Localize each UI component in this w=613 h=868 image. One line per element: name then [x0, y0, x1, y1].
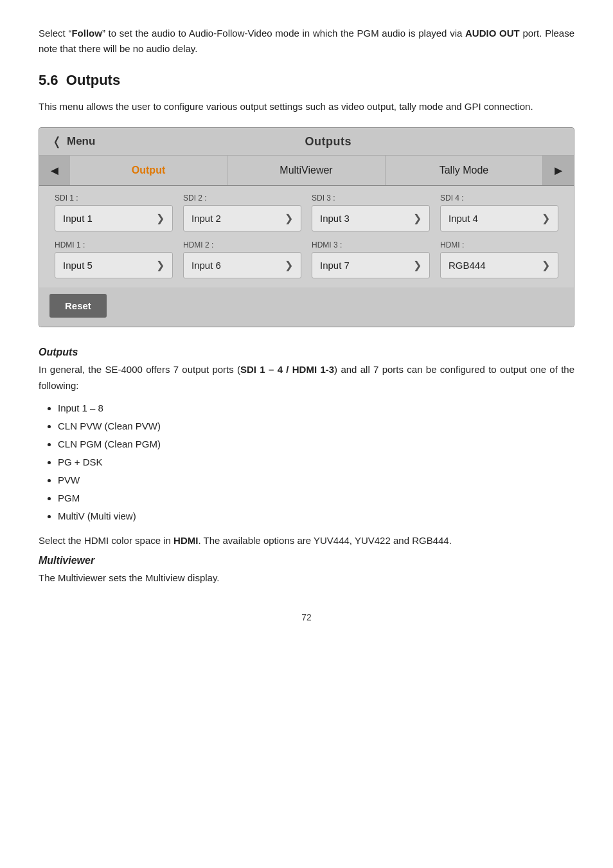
multiviewer-body: The Multiviewer sets the Multiview displ…	[39, 570, 574, 586]
sdi2-label: SDI 2 :	[183, 194, 301, 203]
sdi4-btn[interactable]: Input 4 ❯	[440, 205, 558, 231]
hdmi1-cell: HDMI 1 : Input 5 ❯	[49, 238, 178, 281]
outputs-subtitle: Outputs	[39, 347, 574, 358]
sdi4-cell: SDI 4 : Input 4 ❯	[435, 191, 564, 234]
menu-header-label: Menu	[67, 135, 95, 148]
bold-follow: Follow	[71, 28, 102, 39]
hdmi4-cell: HDMI : RGB444 ❯	[435, 238, 564, 281]
outputs-body2: Select the HDMI color space in HDMI. The…	[39, 533, 574, 549]
sdi3-chevron: ❯	[413, 212, 422, 224]
hdmi2-label: HDMI 2 :	[183, 240, 301, 249]
hdmi1-chevron: ❯	[156, 259, 164, 271]
hdmi3-label: HDMI 3 :	[312, 240, 430, 249]
section-title: Outputs	[66, 72, 120, 88]
hdmi4-chevron: ❯	[542, 259, 550, 271]
hdmi1-label: HDMI 1 :	[55, 240, 173, 249]
sdi1-label: SDI 1 :	[55, 194, 173, 203]
tab-multiviewer[interactable]: MultiViewer	[227, 156, 385, 185]
list-item: PGM	[58, 491, 574, 506]
intro-paragraph: Select “Follow” to set the audio to Audi…	[39, 26, 574, 57]
hdmi2-btn[interactable]: Input 6 ❯	[183, 252, 301, 278]
section-heading: 5.6 Outputs	[39, 72, 574, 89]
sdi3-btn[interactable]: Input 3 ❯	[312, 205, 430, 231]
hdmi2-cell: HDMI 2 : Input 6 ❯	[178, 238, 306, 281]
sdi4-label: SDI 4 :	[440, 194, 558, 203]
outputs-bold1: SDI 1 – 4 / HDMI 1-3	[240, 364, 334, 375]
hdmi3-btn[interactable]: Input 7 ❯	[312, 252, 430, 278]
sdi4-chevron: ❯	[542, 212, 550, 224]
tab-arrow-left[interactable]: ◄	[39, 156, 70, 185]
tab-row: ◄ Output MultiViewer Tally Mode ►	[39, 156, 574, 186]
hdmi4-btn[interactable]: RGB444 ❯	[440, 252, 558, 278]
page-number: 72	[39, 612, 574, 622]
section-description: This menu allows the user to configure v…	[39, 99, 574, 114]
hdmi4-value: RGB444	[449, 260, 486, 271]
back-icon[interactable]: ❬	[52, 134, 62, 149]
bold-audio-out: AUDIO OUT	[465, 28, 520, 39]
multiviewer-subtitle: Multiviewer	[39, 555, 574, 566]
outputs-bold-hdmi: HDMI	[173, 535, 198, 546]
sdi1-chevron: ❯	[156, 212, 164, 224]
list-item: Input 1 – 8	[58, 401, 574, 416]
menu-header-center-title: Outputs	[95, 135, 561, 149]
sdi3-label: SDI 3 :	[312, 194, 430, 203]
tab-tally-mode[interactable]: Tally Mode	[386, 156, 543, 185]
hdmi-row: HDMI 1 : Input 5 ❯ HDMI 2 : Input 6 ❯ HD…	[49, 238, 564, 281]
reset-row: Reset	[39, 287, 574, 327]
sdi1-value: Input 1	[63, 213, 93, 224]
menu-ui-box: ❬ Menu Outputs ◄ Output MultiViewer Tall…	[39, 127, 574, 327]
list-item: PVW	[58, 473, 574, 488]
list-item: PG + DSK	[58, 455, 574, 470]
tab-output[interactable]: Output	[70, 156, 227, 185]
hdmi2-value: Input 6	[191, 260, 221, 271]
outputs-bullet-list: Input 1 – 8 CLN PVW (Clean PVW) CLN PGM …	[58, 401, 574, 524]
hdmi4-label: HDMI :	[440, 240, 558, 249]
list-item: CLN PGM (Clean PGM)	[58, 437, 574, 452]
list-item: MultiV (Multi view)	[58, 509, 574, 524]
sdi4-value: Input 4	[449, 213, 478, 224]
menu-header: ❬ Menu Outputs	[39, 128, 574, 156]
reset-button[interactable]: Reset	[49, 294, 107, 318]
sdi-row: SDI 1 : Input 1 ❯ SDI 2 : Input 2 ❯ SDI …	[49, 191, 564, 234]
grid-section: SDI 1 : Input 1 ❯ SDI 2 : Input 2 ❯ SDI …	[39, 186, 574, 287]
tab-arrow-right[interactable]: ►	[543, 156, 574, 185]
hdmi1-value: Input 5	[63, 260, 93, 271]
sdi2-cell: SDI 2 : Input 2 ❯	[178, 191, 306, 234]
outputs-body1: In general, the SE-4000 offers 7 output …	[39, 362, 574, 394]
sdi1-cell: SDI 1 : Input 1 ❯	[49, 191, 178, 234]
sdi2-btn[interactable]: Input 2 ❯	[183, 205, 301, 231]
hdmi2-chevron: ❯	[285, 259, 293, 271]
sdi2-chevron: ❯	[285, 212, 293, 224]
sdi3-value: Input 3	[320, 213, 350, 224]
hdmi3-cell: HDMI 3 : Input 7 ❯	[306, 238, 435, 281]
hdmi3-chevron: ❯	[413, 259, 422, 271]
section-number: 5.6	[39, 72, 58, 88]
outputs-subsection: Outputs In general, the SE-4000 offers 7…	[39, 347, 574, 548]
sdi3-cell: SDI 3 : Input 3 ❯	[306, 191, 435, 234]
list-item: CLN PVW (Clean PVW)	[58, 419, 574, 434]
sdi1-btn[interactable]: Input 1 ❯	[55, 205, 173, 231]
hdmi3-value: Input 7	[320, 260, 350, 271]
sdi2-value: Input 2	[191, 213, 221, 224]
multiviewer-subsection: Multiviewer The Multiviewer sets the Mul…	[39, 555, 574, 586]
hdmi1-btn[interactable]: Input 5 ❯	[55, 252, 173, 278]
